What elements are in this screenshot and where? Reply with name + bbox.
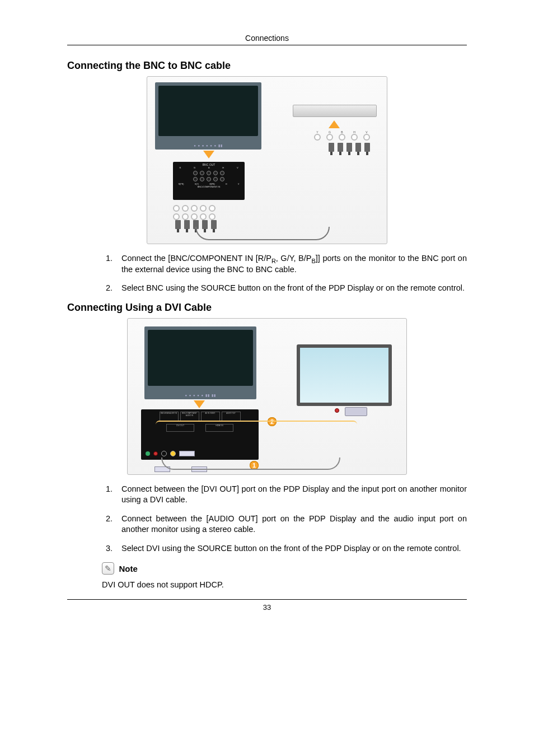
bnc-step-2: Select BNC using the SOURCE button on th… xyxy=(115,283,467,294)
arrow-down-icon xyxy=(194,400,205,408)
note-label: Note xyxy=(119,563,137,573)
dvi-cable xyxy=(161,458,340,470)
bnc-cable xyxy=(195,227,330,240)
dvi-step-3: Select DVI using the SOURCE button on th… xyxy=(115,543,467,554)
panel-col-labels-top: RGBHV xyxy=(173,166,245,169)
heading-dvi: Connecting Using a DVI Cable xyxy=(67,302,467,314)
figure-bnc-diagram: ● ● ● ● ● ● ▮▮ BNC OUT RGBHV R(PR)G(Y)B(… xyxy=(147,76,387,244)
panel-bnc-out-label: BNC OUT xyxy=(173,162,245,166)
dvi-step-2: Connect between the [AUDIO OUT] port on … xyxy=(115,514,467,535)
audio-cable xyxy=(156,421,357,428)
bnc-step-1: Connect the [BNC/COMPONENT IN [R/PR, G/Y… xyxy=(115,253,467,275)
bnc-steps: Connect the [BNC/COMPONENT IN [R/PR, G/Y… xyxy=(115,253,467,294)
note-icon xyxy=(102,562,114,575)
external-monitor xyxy=(297,344,392,406)
dvi-step-1: Connect between the [DVI OUT] port on th… xyxy=(115,484,467,506)
panel-bnc-in-label: BNC/COMPONENT IN xyxy=(173,185,245,188)
page-number: 33 xyxy=(67,603,467,612)
heading-bnc: Connecting the BNC to BNC cable xyxy=(67,60,467,72)
arrow-down-icon xyxy=(203,151,214,158)
running-header: Connections xyxy=(67,34,467,43)
footer-rule xyxy=(67,599,467,600)
arrow-up-icon xyxy=(329,120,340,128)
external-device xyxy=(293,105,377,117)
dvi-steps: Connect between the [DVI OUT] port on th… xyxy=(115,484,467,554)
note-text: DVI OUT does not support HDCP. xyxy=(102,580,467,589)
figure-dvi-diagram: ● ● ● ● ● ▮▮ ▮▮ BNC/HDMI AUDIO IN BNC/CO… xyxy=(127,318,407,475)
header-rule xyxy=(67,45,467,45)
